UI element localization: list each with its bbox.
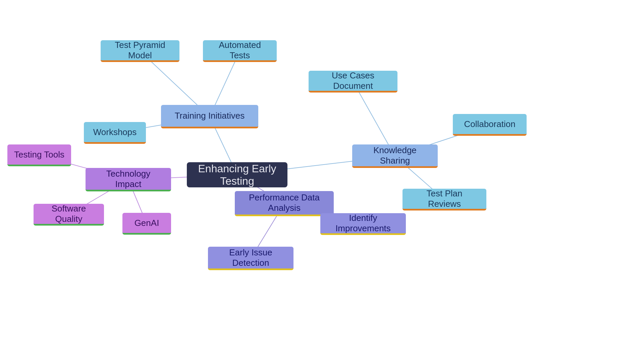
node-test-pyramid: Test Pyramid Model	[101, 40, 179, 62]
node-genai: GenAI	[122, 213, 171, 235]
mindmap-container: Enhancing Early Testing Training Initiat…	[0, 0, 644, 362]
node-use-cases-doc: Use Cases Document	[309, 71, 397, 93]
node-collaboration: Collaboration	[453, 114, 527, 136]
node-workshops: Workshops	[84, 122, 146, 144]
node-software-quality: Software Quality	[34, 204, 104, 226]
node-technology-impact: Technology Impact	[86, 168, 171, 191]
node-training-initiatives: Training Initiatives	[161, 105, 258, 128]
node-knowledge-sharing: Knowledge Sharing	[352, 144, 438, 168]
node-automated-tests: Automated Tests	[203, 40, 277, 62]
node-central: Enhancing Early Testing	[187, 162, 287, 187]
node-identify-improvements: Identify Improvements	[320, 213, 406, 235]
node-early-issue: Early Issue Detection	[208, 247, 293, 270]
node-testing-tools: Testing Tools	[7, 144, 71, 166]
node-performance-data: Performance Data Analysis	[235, 191, 334, 216]
node-test-plan-reviews: Test Plan Reviews	[402, 189, 486, 210]
